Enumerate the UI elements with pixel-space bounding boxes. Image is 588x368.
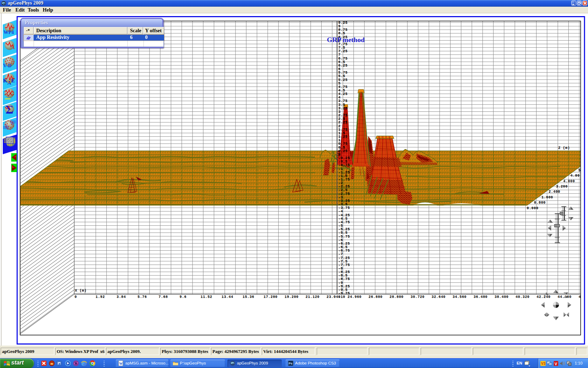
svg-text:28.800: 28.800 xyxy=(390,295,404,299)
svg-text:13.44: 13.44 xyxy=(222,295,233,299)
svg-text:11.52: 11.52 xyxy=(201,295,212,299)
svg-text:Z (m): Z (m) xyxy=(558,146,570,150)
svg-text:0: 0 xyxy=(75,295,77,299)
svg-text:GRP method: GRP method xyxy=(327,36,365,43)
svg-text:5: 5 xyxy=(579,169,581,172)
svg-text:1.92: 1.92 xyxy=(96,295,105,299)
svg-text:30.720: 30.720 xyxy=(411,295,425,299)
svg-text:0.800: 0.800 xyxy=(534,201,546,205)
svg-text:46.080: 46.080 xyxy=(579,295,588,299)
svg-text:17.280: 17.280 xyxy=(264,295,278,299)
svg-text:7.68: 7.68 xyxy=(159,295,168,299)
svg-text:4.80: 4.80 xyxy=(570,174,580,178)
svg-text:V: V xyxy=(555,362,558,366)
svg-text:E: E xyxy=(11,78,15,83)
svg-text:W: W xyxy=(119,362,123,366)
svg-text:5.76: 5.76 xyxy=(138,295,147,299)
svg-text:36.480: 36.480 xyxy=(474,295,488,299)
svg-text:Σ: Σ xyxy=(6,103,13,116)
svg-text:3.200: 3.200 xyxy=(556,185,568,189)
svg-text:34.560: 34.560 xyxy=(453,295,467,299)
svg-text:0.000: 0.000 xyxy=(527,206,538,210)
svg-text:V3: V3 xyxy=(541,362,546,366)
svg-text:38.400: 38.400 xyxy=(495,295,509,299)
svg-text:23.040: 23.040 xyxy=(327,295,341,299)
svg-text:9.6: 9.6 xyxy=(180,295,187,299)
svg-text:42.240: 42.240 xyxy=(537,295,551,299)
svg-text:2.400: 2.400 xyxy=(548,190,560,194)
svg-text:32.640: 32.640 xyxy=(432,295,446,299)
svg-text:21.120: 21.120 xyxy=(306,295,320,299)
svg-text:26.880: 26.880 xyxy=(369,295,383,299)
svg-text:40.320: 40.320 xyxy=(516,295,530,299)
svg-text:Ps: Ps xyxy=(289,362,293,365)
svg-text:19.200: 19.200 xyxy=(285,295,299,299)
svg-text:X (m): X (m) xyxy=(75,289,86,293)
svg-text:K: K xyxy=(3,78,7,83)
svg-text:4.000: 4.000 xyxy=(563,179,575,183)
svg-text:A: A xyxy=(7,80,11,86)
svg-text:24.960: 24.960 xyxy=(348,295,362,299)
svg-text:15.36: 15.36 xyxy=(243,295,254,299)
svg-text:V-D: V-D xyxy=(3,63,12,68)
svg-text:1.600: 1.600 xyxy=(541,196,553,199)
svg-text:WP4: WP4 xyxy=(4,30,14,35)
svg-text:3.84: 3.84 xyxy=(117,295,126,299)
